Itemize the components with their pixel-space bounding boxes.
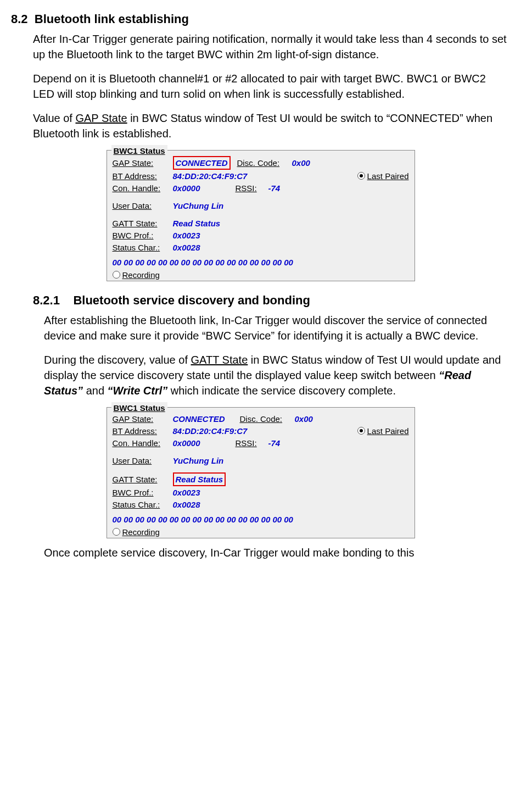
radio-recording[interactable]: Recording — [113, 269, 160, 281]
radio-last-paired[interactable]: Last Paired — [357, 170, 409, 182]
value-disc-code: 0x00 — [295, 413, 313, 425]
value-gap-state: CONNECTED — [173, 413, 238, 425]
hex-line: 00 00 00 00 00 00 00 00 00 00 00 00 00 0… — [113, 257, 409, 268]
bwc-status-panel: BWC1 Status GAP State: CONNECTED Disc. C… — [107, 407, 415, 538]
value-bt-address: 84:DD:20:C4:F9:C7 — [173, 170, 283, 182]
radio-last-paired[interactable]: Last Paired — [357, 425, 409, 437]
value-rssi: -74 — [268, 182, 281, 194]
paragraph: During the discovery, value of GATT Stat… — [44, 352, 510, 398]
hex-line: 00 00 00 00 00 00 00 00 00 00 00 00 00 0… — [113, 514, 409, 525]
heading-title: Bluetooth link establishing — [35, 12, 189, 26]
label-last-paired: Last Paired — [367, 170, 409, 182]
label-status-char: Status Char.: — [113, 499, 173, 510]
radio-icon — [113, 528, 120, 536]
radio-icon — [357, 427, 365, 435]
term-write-ctrl: “Write Ctrl” — [108, 385, 168, 397]
radio-recording[interactable]: Recording — [113, 526, 160, 538]
label-rssi: RSSI: — [236, 437, 268, 449]
label-bwc-prof: BWC Prof.: — [113, 230, 173, 241]
panel-legend: BWC1 Status — [111, 145, 167, 157]
value-user-data: YuChung Lin — [173, 455, 224, 466]
heading-num: 8.2 — [11, 12, 28, 26]
value-bt-address: 84:DD:20:C4:F9:C7 — [173, 425, 283, 437]
label-disc-code: Disc. Code: — [237, 157, 292, 169]
value-user-data: YuChung Lin — [173, 200, 224, 212]
heading-8-2-1: 8.2.1 Bluetooth service discovery and bo… — [33, 292, 510, 309]
label-disc-code: Disc. Code: — [240, 413, 295, 425]
highlight-box: CONNECTED — [173, 156, 231, 170]
label-user-data: User Data: — [113, 455, 173, 466]
value-disc-code: 0x00 — [292, 157, 310, 169]
bwc-status-panel: BWC1 Status GAP State: CONNECTED Disc. C… — [107, 150, 415, 281]
highlight-box: Read Status — [173, 472, 226, 486]
heading-num: 8.2.1 — [33, 293, 60, 307]
label-bt-address: BT Address: — [113, 170, 173, 182]
value-status-char: 0x0028 — [173, 242, 200, 253]
label-last-paired: Last Paired — [367, 425, 409, 437]
panel-legend: BWC1 Status — [111, 402, 167, 414]
radio-icon — [357, 172, 365, 180]
paragraph: After In-Car Trigger generate pairing no… — [33, 31, 510, 62]
value-rssi: -74 — [268, 437, 281, 449]
value-con-handle: 0x0000 — [173, 437, 233, 449]
paragraph: Value of GAP State in BWC Status window … — [33, 110, 510, 141]
value-status-char: 0x0028 — [173, 499, 200, 510]
heading-title: Bluetooth service discovery and bonding — [73, 293, 310, 307]
value-gatt-state: Read Status — [173, 218, 221, 229]
label-bwc-prof: BWC Prof.: — [113, 487, 173, 498]
value-gatt-state: Read Status — [176, 475, 223, 484]
label-gatt-state: GATT State: — [113, 218, 173, 229]
label-recording: Recording — [122, 526, 160, 538]
label-status-char: Status Char.: — [113, 242, 173, 253]
value-bwc-prof: 0x0023 — [173, 487, 200, 498]
label-rssi: RSSI: — [236, 182, 268, 194]
value-con-handle: 0x0000 — [173, 182, 233, 194]
label-gap-state: GAP State: — [113, 413, 173, 425]
label-con-handle: Con. Handle: — [113, 437, 173, 449]
radio-icon — [113, 271, 120, 279]
label-gatt-state: GATT State: — [113, 474, 173, 485]
term-gatt-state: GATT State — [191, 354, 248, 366]
heading-8-2: 8.2 Bluetooth link establishing — [11, 11, 510, 28]
label-recording: Recording — [122, 269, 160, 281]
paragraph: Once complete service discovery, In-Car … — [44, 545, 510, 560]
label-gap-state: GAP State: — [113, 157, 173, 169]
label-con-handle: Con. Handle: — [113, 182, 173, 194]
term-gap-state: GAP State — [75, 112, 127, 124]
value-gap-state: CONNECTED — [176, 158, 228, 168]
value-bwc-prof: 0x0023 — [173, 230, 200, 241]
paragraph: After establishing the Bluetooth link, I… — [44, 313, 510, 343]
paragraph: Depend on it is Bluetooth channel#1 or #… — [33, 71, 510, 102]
label-user-data: User Data: — [113, 200, 173, 212]
label-bt-address: BT Address: — [113, 425, 173, 437]
